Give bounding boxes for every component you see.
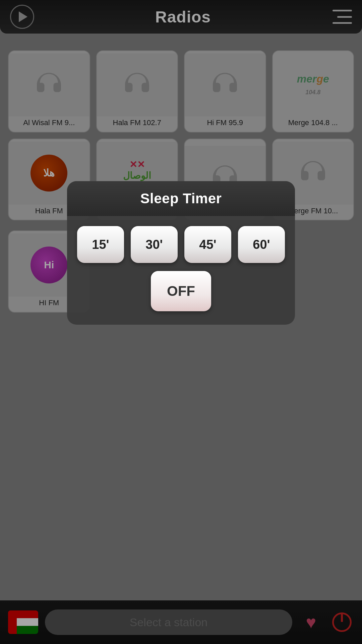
sleep-timer-header: Sleep Timer bbox=[67, 181, 295, 216]
sleep-timer-dialog: Sleep Timer 15' 30' 45' 60' OFF bbox=[67, 181, 295, 325]
timer-30-button[interactable]: 30' bbox=[131, 226, 178, 263]
sleep-timer-buttons: 15' 30' 45' 60' bbox=[67, 226, 295, 263]
timer-60-button[interactable]: 60' bbox=[238, 226, 285, 263]
sleep-timer-title: Sleep Timer bbox=[140, 191, 222, 206]
timer-15-button[interactable]: 15' bbox=[77, 226, 124, 263]
off-button-wrapper: OFF bbox=[67, 271, 295, 311]
timer-45-button[interactable]: 45' bbox=[184, 226, 231, 263]
timer-off-button[interactable]: OFF bbox=[151, 271, 211, 311]
